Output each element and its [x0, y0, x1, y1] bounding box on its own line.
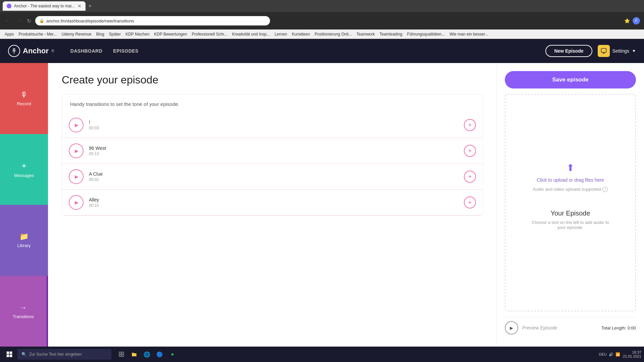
sidebar-messages-label: Messages	[14, 173, 34, 178]
add-button-1[interactable]: +	[464, 119, 476, 131]
upload-text: Click to upload or drag files here	[537, 177, 604, 183]
logo-text: Anchor	[23, 47, 49, 55]
bookmark-7[interactable]: Professionell Schr...	[190, 31, 229, 37]
bookmark-5[interactable]: KDP Nischen	[123, 31, 151, 37]
play-icon-2: ▶	[75, 148, 78, 154]
upload-sub: Audio and video uploads supported i	[533, 187, 608, 192]
track-item-4: ▶ Alley 00:10 +	[62, 190, 483, 216]
transitions-list: Handy transitions to set the tone of you…	[62, 94, 483, 216]
bookmark-6[interactable]: KDP Bewertungen	[152, 31, 189, 37]
nav-episodes[interactable]: EPISODES	[113, 48, 139, 54]
right-panel: Save episode ⬆ Click to upload or drag f…	[496, 63, 644, 347]
track-item-2: ▶ 96 West 00:13 +	[62, 138, 483, 164]
sidebar-record-label: Record	[17, 101, 31, 106]
messages-icon: +	[21, 161, 26, 171]
new-episode-button[interactable]: New Episode	[545, 45, 592, 57]
track-duration-1: 00:03	[89, 126, 459, 130]
app-header: Anchor ® DASHBOARD EPISODES New Episode …	[0, 39, 644, 63]
bookmark-2[interactable]: Udemy Revenue	[59, 31, 93, 37]
preview-bar: ▶ Preview Episode Total Length: 0:00	[505, 317, 636, 339]
logo-icon	[8, 45, 20, 57]
track-info-2: 96 West 00:13	[89, 145, 459, 156]
settings-icon	[598, 45, 610, 57]
tab-title: Anchor - The easiest way to mai...	[14, 4, 75, 8]
track-duration-2: 00:13	[89, 152, 459, 156]
track-info-3: A Clue 00:02	[89, 171, 459, 182]
preview-play-button[interactable]: ▶	[505, 321, 518, 335]
bookmark-10[interactable]: Kursideen	[290, 31, 312, 37]
settings-button[interactable]: Settings ▼	[598, 45, 636, 57]
play-icon-3: ▶	[75, 174, 78, 179]
reload-button[interactable]: ↻	[25, 16, 33, 25]
track-item-1: ▶ ! 00:03 +	[62, 112, 483, 138]
bookmark-11[interactable]: Positionierung Onli...	[313, 31, 354, 37]
address-bar: ← → ↻ 🔒 anchor.fm/dashboard/episode/new/…	[0, 12, 644, 29]
microphone-icon: 🎙	[20, 90, 28, 99]
extensions-icon: ⭐	[624, 18, 630, 23]
back-button[interactable]: ←	[4, 16, 12, 25]
add-button-3[interactable]: +	[464, 171, 476, 183]
episode-placeholder-title: Your Episode	[527, 209, 614, 217]
sidebar-item-record[interactable]: 🎙 Record	[0, 63, 48, 134]
track-info-1: ! 00:03	[89, 120, 459, 130]
bookmark-3[interactable]: Blog	[94, 31, 106, 37]
bookmark-9[interactable]: Lernen	[273, 31, 289, 37]
track-name-2: 96 West	[89, 145, 459, 151]
save-episode-button[interactable]: Save episode	[505, 71, 636, 88]
bookmark-1[interactable]: Produktsuche - Mer...	[16, 31, 59, 37]
forward-button[interactable]: →	[15, 16, 23, 25]
browser-tab-bar: Anchor - The easiest way to mai... ✕ +	[0, 0, 644, 12]
address-input[interactable]: 🔒 anchor.fm/dashboard/episode/new/transi…	[35, 16, 270, 25]
play-button-4[interactable]: ▶	[69, 195, 84, 210]
bookmark-teamwork[interactable]: Teamwork	[355, 31, 377, 37]
play-button-2[interactable]: ▶	[69, 143, 84, 158]
add-button-4[interactable]: +	[464, 196, 476, 208]
bookmark-apps[interactable]: Apps	[3, 31, 16, 37]
svg-rect-1	[601, 49, 606, 53]
nav-dashboard[interactable]: DASHBOARD	[70, 48, 103, 54]
sidebar-library-label: Library	[17, 243, 31, 248]
play-icon-1: ▶	[75, 122, 78, 128]
anchor-logo[interactable]: Anchor ®	[8, 45, 54, 57]
new-tab-button[interactable]: +	[88, 3, 92, 10]
track-duration-4: 00:10	[89, 203, 459, 208]
track-name-3: A Clue	[89, 171, 459, 177]
header-right: New Episode Settings ▼	[545, 45, 636, 57]
play-button-3[interactable]: ▶	[69, 169, 84, 184]
browser-toolbar: ⭐ P	[624, 17, 640, 24]
page-content: Create your episode Handy transitions to…	[48, 63, 496, 347]
track-duration-3: 00:02	[89, 177, 459, 182]
sidebar-transitions-label: Transitions	[13, 314, 34, 319]
info-icon[interactable]: i	[602, 187, 608, 192]
track-name-1: !	[89, 120, 459, 125]
upload-area[interactable]: ⬆ Click to upload or drag files here Aud…	[505, 94, 636, 311]
play-button-1[interactable]: ▶	[69, 118, 84, 132]
sidebar-item-library[interactable]: 📁 Library	[0, 205, 48, 276]
bookmark-teamleading[interactable]: Teamleading	[378, 31, 405, 37]
upload-icon: ⬆	[567, 162, 574, 173]
bookmark-12[interactable]: Führungsqualitäten...	[405, 31, 447, 37]
url-text: anchor.fm/dashboard/episode/new/transiti…	[46, 18, 134, 23]
preview-play-icon: ▶	[510, 325, 513, 330]
episode-placeholder-sub: Choose a tool on the left to add audio t…	[527, 220, 614, 230]
bookmark-4[interactable]: Später	[107, 31, 123, 37]
lock-icon: 🔒	[39, 18, 44, 23]
add-button-2[interactable]: +	[464, 145, 476, 157]
main-content: 🎙 Record + Messages 📁 Library → Transiti…	[0, 63, 644, 347]
bookmark-8[interactable]: Kreativität und Insp...	[230, 31, 272, 37]
browser-tab-active[interactable]: Anchor - The easiest way to mai... ✕	[3, 1, 86, 11]
track-item-3: ▶ A Clue 00:02 +	[62, 164, 483, 190]
settings-chevron-icon: ▼	[632, 49, 636, 53]
profile-icon[interactable]: P	[633, 17, 640, 24]
bookmarks-bar: Apps Produktsuche - Mer... Udemy Revenue…	[0, 29, 644, 39]
sidebar-item-messages[interactable]: + Messages	[0, 134, 48, 205]
track-info-4: Alley 00:10	[89, 197, 459, 208]
episode-placeholder: Your Episode Choose a tool on the left t…	[514, 196, 627, 243]
tab-close-button[interactable]: ✕	[77, 3, 82, 9]
bookmark-13[interactable]: Wie man ein besser...	[447, 31, 490, 37]
transitions-description: Handy transitions to set the tone of you…	[62, 95, 483, 112]
left-sidebar: 🎙 Record + Messages 📁 Library → Transiti…	[0, 63, 48, 347]
settings-label: Settings	[612, 48, 630, 54]
sidebar-item-transitions[interactable]: → Transitions	[0, 276, 48, 347]
library-icon: 📁	[19, 232, 29, 241]
